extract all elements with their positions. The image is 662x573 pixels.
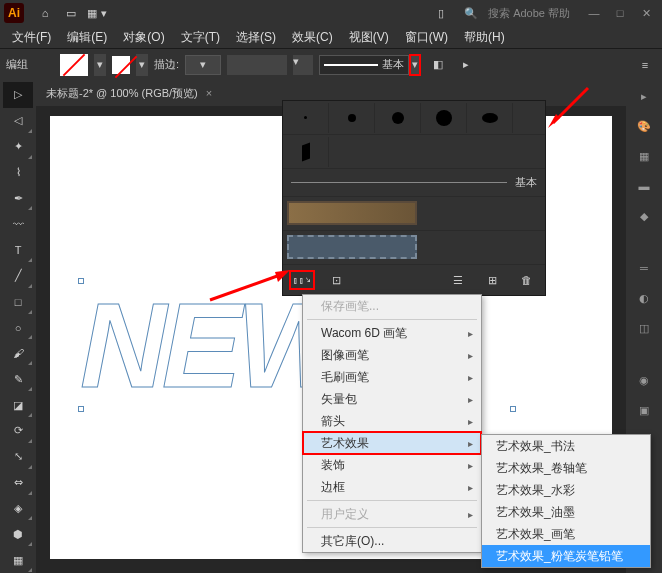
color-panel-icon[interactable]: 🎨: [629, 112, 659, 140]
menu-file[interactable]: 文件(F): [6, 27, 57, 48]
menu-window[interactable]: 窗口(W): [399, 27, 454, 48]
sub-calligraphy[interactable]: 艺术效果_书法: [482, 435, 650, 457]
sub-scroll[interactable]: 艺术效果_卷轴笔: [482, 457, 650, 479]
options-bar: 编组 ▾ ▾ 描边: ▾ ▾ 基本 ▾ ◧ ▸ ≡: [0, 48, 662, 80]
ctx-image-brush[interactable]: 图像画笔: [303, 344, 481, 366]
scale-tool[interactable]: ⤡: [3, 444, 33, 470]
brush-delete-icon[interactable]: 🗑: [513, 270, 539, 290]
brush-libraries-menu-icon[interactable]: ⊡: [323, 270, 349, 290]
stroke-profile[interactable]: [227, 55, 287, 75]
appearance-panel-icon[interactable]: ◉: [629, 366, 659, 394]
app-logo: Ai: [4, 3, 24, 23]
brush-row-dots[interactable]: [283, 101, 545, 135]
brush-dropdown-panel: 基本 ⫾⫾↘ ⊡ ☰ ⊞ 🗑: [282, 100, 546, 296]
menu-effect[interactable]: 效果(C): [286, 27, 339, 48]
ellipse-tool[interactable]: ○: [3, 315, 33, 341]
titlebar: Ai ⌂ ▭ ▦ ▾ ▯ 🔍 搜索 Adobe 帮助 — □ ✕: [0, 0, 662, 26]
close-button[interactable]: ✕: [634, 4, 658, 22]
artistic-submenu: 艺术效果_书法 艺术效果_卷轴笔 艺术效果_水彩 艺术效果_油墨 艺术效果_画笔…: [481, 434, 651, 568]
swatches-panel-icon[interactable]: ▦: [629, 142, 659, 170]
menubar: 文件(F) 编辑(E) 对象(O) 文字(T) 选择(S) 效果(C) 视图(V…: [0, 26, 662, 48]
ctx-vector-pack[interactable]: 矢量包: [303, 388, 481, 410]
width-tool[interactable]: ⇔: [3, 470, 33, 496]
sub-chalk-charcoal[interactable]: 艺术效果_粉笔炭笔铅笔: [482, 545, 650, 567]
properties-panel-icon[interactable]: ▸: [629, 82, 659, 110]
rotate-tool[interactable]: ⟳: [3, 418, 33, 444]
home-icon[interactable]: ⌂: [34, 2, 56, 24]
type-tool[interactable]: T: [3, 237, 33, 263]
stroke-dropdown[interactable]: ▾: [136, 54, 148, 76]
style-icon[interactable]: ▸: [455, 54, 477, 76]
tab-close-icon[interactable]: ×: [206, 87, 212, 99]
search-input[interactable]: 搜索 Adobe 帮助: [488, 6, 570, 21]
brush-definition[interactable]: 基本: [319, 55, 409, 75]
brushes-panel-icon[interactable]: ▬: [629, 172, 659, 200]
gradient-panel-icon[interactable]: ◐: [629, 284, 659, 312]
stroke-profile-dd[interactable]: ▾: [293, 55, 313, 75]
eraser-tool[interactable]: ◪: [3, 392, 33, 418]
brush-libraries-menu: 保存画笔... Wacom 6D 画笔 图像画笔 毛刷画笔 矢量包 箭头 艺术效…: [302, 294, 482, 553]
opacity-icon[interactable]: ◧: [427, 54, 449, 76]
tools-panel: ▷ ◁ ✦ ⌇ ✒ 〰 T ╱ □ ○ 🖌 ✎ ◪ ⟳ ⤡ ⇔ ◈ ⬢ ▦: [0, 80, 36, 573]
brush-panel-footer: ⫾⫾↘ ⊡ ☰ ⊞ 🗑: [283, 265, 545, 295]
paintbrush-tool[interactable]: 🖌: [3, 340, 33, 366]
minimize-button[interactable]: —: [582, 4, 606, 22]
menu-type[interactable]: 文字(T): [175, 27, 226, 48]
menu-edit[interactable]: 编辑(E): [61, 27, 113, 48]
stroke-panel-icon[interactable]: ═: [629, 254, 659, 282]
shape-builder-tool[interactable]: ⬢: [3, 521, 33, 547]
line-tool[interactable]: ╱: [3, 263, 33, 289]
pencil-tool[interactable]: ✎: [3, 366, 33, 392]
arrange-icon[interactable]: ▦ ▾: [86, 2, 108, 24]
maximize-button[interactable]: □: [608, 4, 632, 22]
bridge-icon[interactable]: ▭: [60, 2, 82, 24]
graphic-styles-icon[interactable]: ▣: [629, 396, 659, 424]
transparency-panel-icon[interactable]: ◫: [629, 314, 659, 342]
menu-select[interactable]: 选择(S): [230, 27, 282, 48]
doc-icon[interactable]: ▯: [430, 2, 452, 24]
menu-object[interactable]: 对象(O): [117, 27, 170, 48]
stroke-swatch[interactable]: [112, 56, 130, 74]
lasso-tool[interactable]: ⌇: [3, 160, 33, 186]
align-icon[interactable]: ≡: [634, 54, 656, 76]
ctx-borders[interactable]: 边框: [303, 476, 481, 498]
brush-row-calligraphy[interactable]: [283, 135, 545, 169]
sub-paintbrush[interactable]: 艺术效果_画笔: [482, 523, 650, 545]
selection-mode: 编组: [6, 57, 28, 72]
brush-pattern-2[interactable]: [283, 231, 545, 265]
search-icon[interactable]: 🔍: [460, 2, 482, 24]
brush-definition-dropdown[interactable]: ▾: [409, 54, 421, 76]
pen-tool[interactable]: ✒: [3, 185, 33, 211]
doc-tab-label: 未标题-2* @ 100% (RGB/预览): [46, 86, 198, 101]
fill-dropdown[interactable]: ▾: [94, 54, 106, 76]
stroke-weight-input[interactable]: ▾: [185, 55, 221, 75]
free-transform-tool[interactable]: ◈: [3, 496, 33, 522]
menu-help[interactable]: 帮助(H): [458, 27, 511, 48]
perspective-tool[interactable]: ▦: [3, 547, 33, 573]
brush-basic[interactable]: 基本: [283, 169, 545, 197]
brush-new-icon[interactable]: ⊞: [479, 270, 505, 290]
ctx-wacom[interactable]: Wacom 6D 画笔: [303, 322, 481, 344]
magic-wand-tool[interactable]: ✦: [3, 134, 33, 160]
brush-pattern-1[interactable]: [283, 197, 545, 231]
selection-tool[interactable]: ▷: [3, 82, 33, 108]
rectangle-tool[interactable]: □: [3, 289, 33, 315]
menu-view[interactable]: 视图(V): [343, 27, 395, 48]
brush-options-icon[interactable]: ☰: [445, 270, 471, 290]
ctx-user-defined: 用户定义: [303, 503, 481, 525]
ctx-save-brushes: 保存画笔...: [303, 295, 481, 317]
curvature-tool[interactable]: 〰: [3, 211, 33, 237]
sub-watercolor[interactable]: 艺术效果_水彩: [482, 479, 650, 501]
fill-swatch[interactable]: [60, 54, 88, 76]
ctx-bristle-brush[interactable]: 毛刷画笔: [303, 366, 481, 388]
ctx-artistic[interactable]: 艺术效果: [303, 432, 481, 454]
ctx-other-library[interactable]: 其它库(O)...: [303, 530, 481, 552]
ctx-decorative[interactable]: 装饰: [303, 454, 481, 476]
ctx-arrows[interactable]: 箭头: [303, 410, 481, 432]
sub-ink[interactable]: 艺术效果_油墨: [482, 501, 650, 523]
symbols-panel-icon[interactable]: ◆: [629, 202, 659, 230]
direct-selection-tool[interactable]: ◁: [3, 108, 33, 134]
stroke-label: 描边:: [154, 57, 179, 72]
brush-libraries-icon[interactable]: ⫾⫾↘: [289, 270, 315, 290]
